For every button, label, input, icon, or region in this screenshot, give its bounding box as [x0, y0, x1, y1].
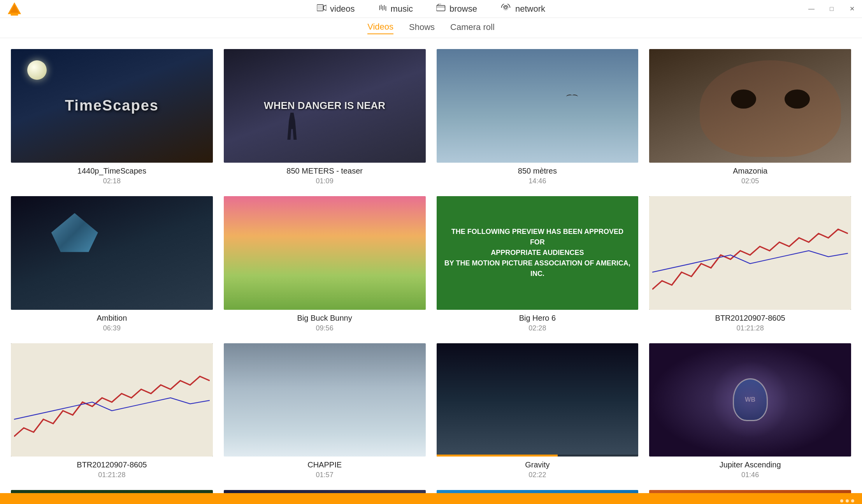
video-thumbnail: TimeScapes — [11, 49, 213, 163]
list-item[interactable]: Gravity 02:22 — [437, 343, 639, 479]
video-duration: 09:56 — [316, 324, 334, 332]
subnav-videos[interactable]: Videos — [367, 22, 393, 34]
video-title: Jupiter Ascending — [720, 460, 781, 469]
svg-rect-2 — [11, 14, 18, 16]
video-grid: TimeScapes 1440p_TimeScapes 02:18 WHEN D… — [11, 49, 851, 493]
video-thumbnail — [224, 490, 426, 493]
video-title: 850 METERS - teaser — [286, 167, 363, 176]
browse-icon — [436, 4, 446, 14]
dot-1 — [840, 499, 843, 502]
video-thumbnail — [11, 490, 213, 493]
list-item[interactable]: WB Jupiter Ascending 01:46 — [649, 343, 851, 479]
video-title: Ambition — [97, 314, 127, 323]
subnav-shows[interactable]: Shows — [409, 22, 435, 34]
nav-music[interactable]: music — [378, 4, 413, 14]
video-title: CHAPPIE — [307, 460, 342, 469]
app-logo — [7, 2, 22, 16]
nav-browse-label: browse — [449, 4, 477, 14]
decorative-bird — [566, 95, 578, 98]
dot-3 — [851, 499, 854, 502]
vlc-cone-icon — [7, 2, 22, 16]
decorative-glow — [711, 361, 789, 439]
decorative-monkey — [700, 60, 841, 157]
list-item[interactable]: oulli — [649, 490, 851, 493]
video-duration: 01:21:28 — [98, 471, 125, 479]
video-thumbnail — [11, 196, 213, 310]
close-button[interactable]: ✕ — [842, 0, 862, 18]
status-bar — [0, 493, 862, 504]
window-controls: — □ ✕ — [801, 0, 862, 18]
video-thumbnail — [649, 196, 851, 310]
status-dots — [840, 499, 854, 502]
videos-icon — [317, 4, 326, 14]
video-duration: 06:39 — [103, 324, 121, 332]
network-icon — [500, 4, 511, 14]
video-duration: 14:46 — [528, 177, 546, 185]
sub-navigation: Videos Shows Camera roll — [0, 18, 862, 38]
video-duration: 02:22 — [528, 471, 546, 479]
video-thumbnail — [11, 343, 213, 457]
nav-videos[interactable]: videos — [317, 4, 355, 14]
dot-2 — [846, 499, 849, 502]
video-duration: 01:09 — [316, 177, 334, 185]
video-title: Big Hero 6 — [519, 314, 556, 323]
chart-thumbnail-2 — [11, 343, 213, 457]
nav-network[interactable]: network — [500, 4, 545, 14]
video-duration: 02:05 — [741, 177, 759, 185]
video-thumbnail — [224, 343, 426, 457]
decorative-crystal — [51, 213, 98, 252]
video-title: BTR20120907-8605 — [715, 314, 785, 323]
list-item[interactable]: CHAPPIE 01:57 — [224, 343, 426, 479]
minimize-button[interactable]: — — [801, 0, 822, 18]
list-item[interactable]: 850 mètres 14:46 — [437, 49, 639, 185]
video-title: Gravity — [525, 460, 550, 469]
video-title: BTR20120907-8605 — [77, 460, 147, 469]
video-thumbnail — [224, 196, 426, 310]
nav-network-label: network — [515, 4, 545, 14]
thumb-overlay: TimeScapes — [11, 49, 213, 163]
svg-point-12 — [505, 7, 507, 9]
list-item[interactable]: WHEN DANGER IS NEAR 850 METERS - teaser … — [224, 49, 426, 185]
list-item[interactable]: Ambition 06:39 — [11, 196, 213, 332]
thumb-overlay: WHEN DANGER IS NEAR — [224, 49, 426, 163]
video-duration: 02:28 — [528, 324, 546, 332]
video-duration: 01:46 — [741, 471, 759, 479]
list-item[interactable]: BTR20120907-8605 01:21:28 — [11, 343, 213, 479]
svg-rect-4 — [317, 6, 323, 10]
subnav-cameraroll[interactable]: Camera roll — [450, 22, 495, 34]
video-thumbnail — [649, 49, 851, 163]
list-item[interactable]: Big Buck Bunny 09:56 — [224, 196, 426, 332]
video-title: Amazonia — [733, 167, 767, 176]
content-area: TimeScapes 1440p_TimeScapes 02:18 WHEN D… — [0, 38, 862, 493]
nav-music-label: music — [391, 4, 413, 14]
video-duration: 01:57 — [316, 471, 334, 479]
progress-bar — [437, 455, 639, 457]
video-thumbnail: WB — [649, 343, 851, 457]
video-title: Big Buck Bunny — [297, 314, 352, 323]
svg-marker-5 — [323, 5, 326, 11]
main-nav: videos music browse network — [317, 4, 545, 14]
ouli-overlay: oulli — [437, 490, 639, 493]
list-item[interactable] — [11, 490, 213, 493]
ouli-overlay-2: oulli — [649, 490, 851, 493]
svg-rect-11 — [436, 5, 445, 11]
video-duration: 01:21:28 — [737, 324, 764, 332]
list-item[interactable]: oulli — [437, 490, 639, 493]
music-icon — [378, 4, 387, 14]
video-title: 850 mètres — [518, 167, 557, 176]
progress-fill — [437, 455, 558, 457]
list-item[interactable] — [224, 490, 426, 493]
chart-thumbnail — [649, 196, 851, 310]
nav-browse[interactable]: browse — [436, 4, 477, 14]
titlebar: videos music browse network — □ ✕ — [0, 0, 862, 18]
video-thumbnail — [437, 49, 639, 163]
list-item[interactable]: THE FOLLOWING PREVIEW HAS BEEN APPROVED … — [437, 196, 639, 332]
video-thumbnail: THE FOLLOWING PREVIEW HAS BEEN APPROVED … — [437, 196, 639, 310]
approved-overlay: THE FOLLOWING PREVIEW HAS BEEN APPROVED … — [437, 196, 639, 310]
list-item[interactable]: Amazonia 02:05 — [649, 49, 851, 185]
video-duration: 02:18 — [103, 177, 121, 185]
video-title: 1440p_TimeScapes — [77, 167, 146, 176]
list-item[interactable]: BTR20120907-8605 01:21:28 — [649, 196, 851, 332]
list-item[interactable]: TimeScapes 1440p_TimeScapes 02:18 — [11, 49, 213, 185]
maximize-button[interactable]: □ — [822, 0, 842, 18]
